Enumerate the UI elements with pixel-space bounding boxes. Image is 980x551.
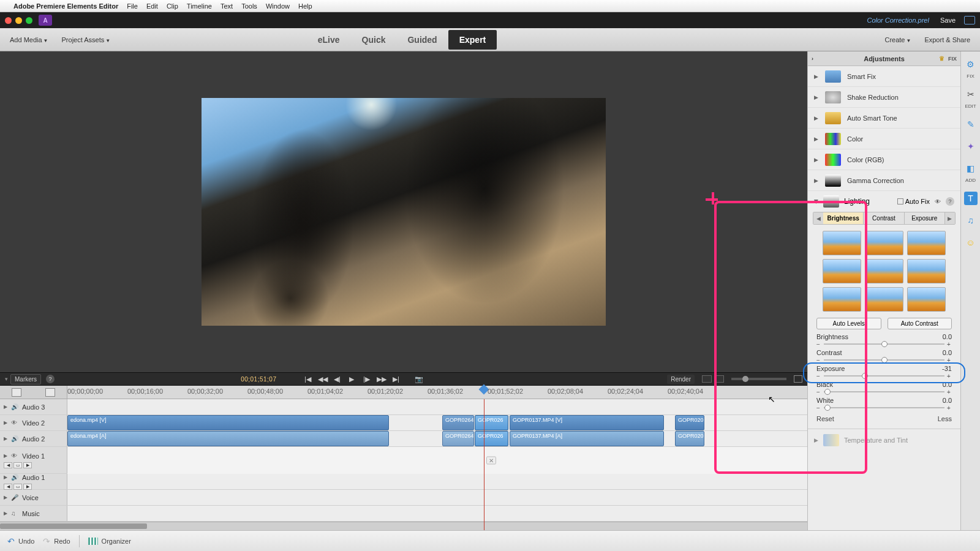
timeline-zoom-slider[interactable] <box>731 378 786 380</box>
preset-9[interactable] <box>907 287 946 312</box>
reset-button[interactable]: Reset <box>816 415 834 422</box>
graphics-icon[interactable]: ☺ <box>964 236 978 249</box>
subtab-contrast[interactable]: Contrast <box>864 212 904 224</box>
auto-contrast-button[interactable]: Auto Contrast <box>888 318 952 329</box>
menu-file[interactable]: File <box>127 2 138 10</box>
video-preview[interactable] <box>202 98 606 326</box>
toggle-a-icon[interactable] <box>702 375 712 383</box>
save-button[interactable]: Save <box>940 17 956 24</box>
mode-elive[interactable]: eLive <box>307 30 351 50</box>
music-icon[interactable]: ♫ <box>11 510 18 517</box>
effects-icon[interactable]: ✂ <box>964 88 978 101</box>
fullscreen-icon[interactable] <box>964 16 975 24</box>
goto-end-icon[interactable]: ▶| <box>391 375 400 383</box>
add-media-button[interactable]: Add Media▼ <box>5 34 53 46</box>
preset-3[interactable] <box>907 231 946 255</box>
create-button[interactable]: Create▼ <box>880 34 916 46</box>
subtab-prev-icon[interactable]: ◀ <box>813 212 823 224</box>
mode-quick[interactable]: Quick <box>351 30 397 50</box>
speaker-icon[interactable]: 🔊 <box>11 403 18 410</box>
clip[interactable]: edona.mp4 [A] <box>67 431 389 446</box>
timeline-ruler[interactable]: 00;00;00;0000;00;16;0000;00;32;0000;00;4… <box>0 386 807 399</box>
subtab-brightness[interactable]: Brightness <box>823 212 864 224</box>
adj-auto-smart-tone[interactable]: ▶Auto Smart Tone <box>808 108 960 129</box>
help-icon[interactable]: ? <box>946 197 954 206</box>
redo-button[interactable]: ↷Redo <box>43 536 70 546</box>
transitions-icon[interactable]: ◧ <box>964 162 978 175</box>
track-tool-b-icon[interactable] <box>45 388 55 397</box>
adj-color-rgb[interactable]: ▶Color (RGB) <box>808 149 960 170</box>
menu-window[interactable]: Window <box>266 2 290 10</box>
speaker-icon[interactable]: 🔊 <box>11 474 18 481</box>
track-next-icon[interactable]: ▶ <box>23 484 32 490</box>
fx-brush-icon[interactable]: ✎ <box>964 118 978 131</box>
goto-start-icon[interactable]: |◀ <box>303 375 312 383</box>
frame-back-icon[interactable]: ◀| <box>333 375 341 383</box>
menu-tools[interactable]: Tools <box>241 2 257 10</box>
clip[interactable]: GOPR0264. <box>442 415 474 430</box>
export-share-button[interactable]: Export & Share <box>919 34 975 46</box>
black-slider[interactable]: Black0.0 −+ <box>808 380 960 395</box>
organizer-button[interactable]: Organizer <box>88 538 131 545</box>
menu-edit[interactable]: Edit <box>146 2 158 10</box>
clip[interactable]: GOPR0137.MP4 [A] <box>510 431 664 446</box>
menu-help[interactable]: Help <box>298 2 312 10</box>
speaker-icon[interactable]: 🔊 <box>11 435 18 442</box>
track-prev-icon[interactable]: ◀ <box>4 462 12 468</box>
white-slider[interactable]: White0.0 −+ <box>808 395 960 411</box>
track-prev-icon[interactable]: ◀ <box>4 484 12 490</box>
clip[interactable]: GOPR0202 <box>675 415 704 430</box>
subtab-exposure[interactable]: Exposure <box>905 212 945 224</box>
play-icon[interactable]: ▶ <box>347 375 356 383</box>
track-next-icon[interactable]: ▶ <box>23 462 32 468</box>
adj-gamma[interactable]: ▶Gamma Correction <box>808 170 960 191</box>
clip-selected[interactable]: GOPR026 <box>475 415 508 430</box>
contrast-slider[interactable]: Contrast0.0 −+ <box>808 348 960 364</box>
preset-6[interactable] <box>907 259 946 283</box>
clip-selected[interactable]: GOPR026 <box>475 431 508 446</box>
subtab-next-icon[interactable]: ▶ <box>945 212 955 224</box>
mic-icon[interactable]: 🎤 <box>11 494 18 501</box>
mode-guided[interactable]: Guided <box>396 30 448 50</box>
menu-clip[interactable]: Clip <box>167 2 178 10</box>
help-icon[interactable]: ? <box>46 375 55 383</box>
music-rail-icon[interactable]: ♫ <box>964 214 978 227</box>
step-fwd-icon[interactable]: ▶▶ <box>377 375 385 383</box>
preset-8[interactable] <box>865 287 903 312</box>
minimize-icon[interactable] <box>15 17 22 24</box>
timeline-scrollbar[interactable] <box>0 522 807 530</box>
adj-shake-reduction[interactable]: ▶Shake Reduction <box>808 87 960 108</box>
eye-icon[interactable]: 👁 <box>11 419 18 426</box>
clip[interactable]: GOPR0264. <box>442 431 474 446</box>
markers-button[interactable]: Markers <box>10 374 41 384</box>
menu-text[interactable]: Text <box>221 2 233 10</box>
clip[interactable]: GOPR0202 <box>675 431 704 446</box>
app-name[interactable]: Adobe Premiere Elements Editor <box>13 2 118 10</box>
zoom-icon[interactable] <box>26 17 32 24</box>
exposure-slider[interactable]: Exposure-31 −+ <box>808 364 960 380</box>
frame-fwd-icon[interactable]: |▶ <box>362 375 371 383</box>
adj-color[interactable]: ▶Color <box>808 129 960 149</box>
step-back-icon[interactable]: ◀◀ <box>318 375 326 383</box>
preset-5[interactable] <box>865 259 903 283</box>
fx-star-icon[interactable]: ✦ <box>964 140 978 153</box>
adj-temperature-tint[interactable]: ▶ Temperature and Tint <box>808 429 960 446</box>
track-tool-a-icon[interactable] <box>12 388 21 397</box>
close-icon[interactable] <box>5 17 12 24</box>
titles-icon[interactable]: T <box>964 192 978 205</box>
snapshot-icon[interactable]: 📷 <box>415 375 423 383</box>
collapse-icon[interactable]: ▶ <box>813 200 820 204</box>
track-box-icon[interactable]: ▭ <box>13 462 22 468</box>
render-button[interactable]: Render <box>667 375 695 384</box>
mode-expert[interactable]: Expert <box>448 30 497 50</box>
toggle-b-icon[interactable] <box>714 375 724 383</box>
preset-4[interactable] <box>823 259 861 283</box>
clip[interactable]: edona.mp4 [V] <box>67 415 389 430</box>
auto-levels-button[interactable]: Auto Levels <box>816 318 881 329</box>
track-box-icon[interactable]: ▭ <box>13 484 22 490</box>
autofix-checkbox[interactable]: Auto Fix <box>897 198 930 205</box>
menu-timeline[interactable]: Timeline <box>187 2 212 10</box>
adjust-sliders-icon[interactable]: ⚙ <box>964 58 978 71</box>
preset-2[interactable] <box>865 231 903 255</box>
collapse-panel-icon[interactable]: › <box>812 56 813 62</box>
